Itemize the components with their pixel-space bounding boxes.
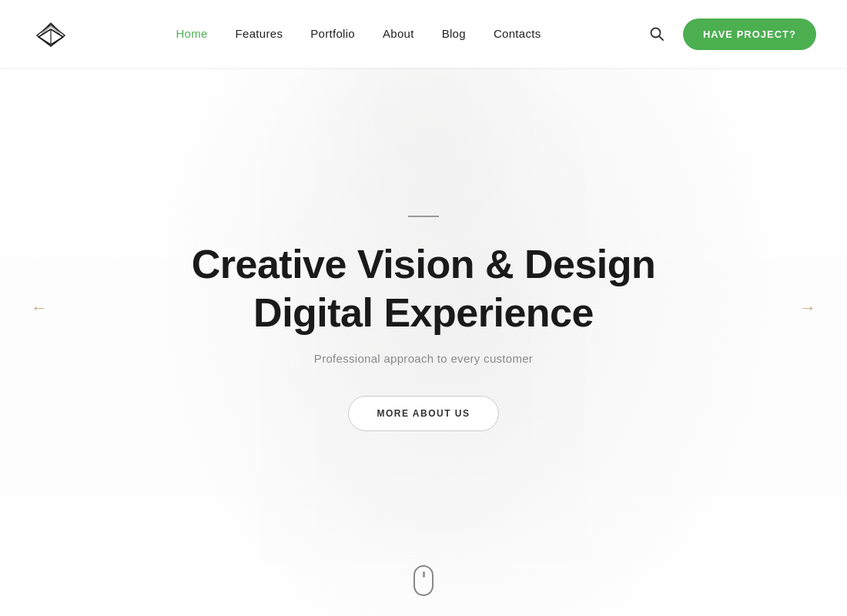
have-project-button[interactable]: HAVE PROJECT? [683,18,816,50]
nav-link-about[interactable]: About [383,27,414,40]
svg-line-2 [659,36,663,40]
hero-subtitle: Professional approach to every customer [314,352,533,365]
nav-item-portfolio[interactable]: Portfolio [310,27,355,41]
hero-divider [408,216,439,217]
nav-item-features[interactable]: Features [236,27,283,41]
nav-item-contacts[interactable]: Contacts [494,27,541,41]
hero-content: Creative Vision & Design Digital Experie… [0,0,847,616]
nav-link-contacts[interactable]: Contacts [494,27,541,40]
logo[interactable] [31,18,71,49]
navbar: Home Features Portfolio About Blog Conta… [0,0,847,68]
nav-links: Home Features Portfolio About Blog Conta… [176,27,541,41]
nav-link-features[interactable]: Features [236,27,283,40]
hero-section: Home Features Portfolio About Blog Conta… [0,0,847,616]
scroll-indicator [413,565,434,596]
nav-right: HAVE PROJECT? [646,18,816,50]
nav-link-portfolio[interactable]: Portfolio [310,27,355,40]
carousel-prev-button[interactable]: ← [23,290,55,326]
search-icon [649,26,665,42]
search-button[interactable] [646,23,668,45]
hero-title: Creative Vision & Design Digital Experie… [192,240,656,336]
nav-item-blog[interactable]: Blog [442,27,466,41]
hero-cta-button[interactable]: MORE ABOUT US [348,396,498,431]
logo-icon [31,18,71,49]
carousel-next-button[interactable]: → [792,290,824,326]
mouse-icon [413,565,434,596]
nav-item-home[interactable]: Home [176,27,207,41]
mouse-scroll-dot [423,571,425,578]
nav-item-about[interactable]: About [383,27,414,41]
nav-link-blog[interactable]: Blog [442,27,466,40]
nav-link-home[interactable]: Home [176,27,207,40]
